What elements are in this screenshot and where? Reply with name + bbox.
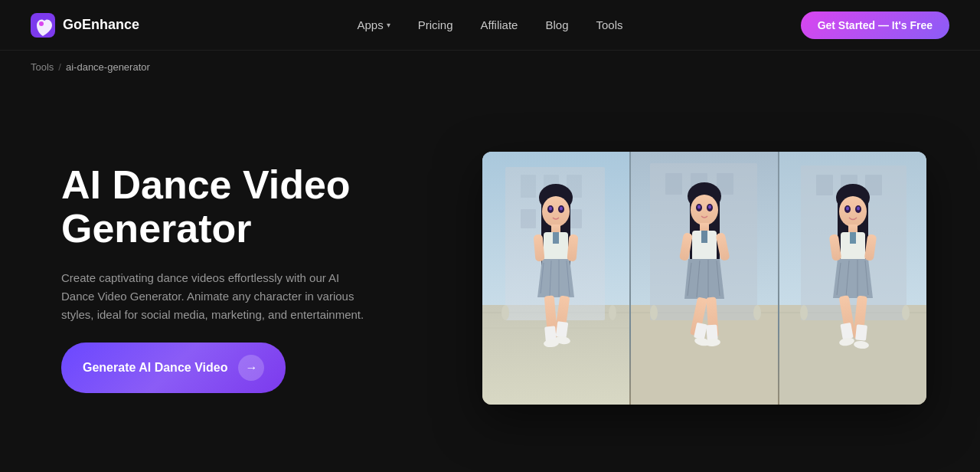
nav-blog[interactable]: Blog — [545, 18, 568, 31]
svg-rect-76 — [816, 175, 833, 195]
showcase-frame-1 — [482, 152, 631, 405]
svg-point-79 — [800, 305, 808, 320]
svg-point-54 — [697, 205, 701, 209]
svg-rect-36 — [556, 321, 569, 338]
svg-rect-43 — [665, 173, 682, 195]
svg-point-88 — [857, 207, 860, 211]
breadcrumb-separator: / — [58, 61, 61, 73]
svg-rect-7 — [521, 175, 536, 198]
svg-point-51 — [691, 195, 718, 225]
generate-dance-video-button[interactable]: Generate AI Dance Video → — [61, 343, 286, 393]
showcase-frame-2 — [631, 152, 779, 405]
arrow-icon: → — [238, 355, 264, 381]
svg-point-46 — [650, 305, 658, 320]
hero-description: Create captivating dance videos effortle… — [61, 269, 368, 324]
svg-point-13 — [501, 305, 509, 320]
brand-name: GoEnhance — [63, 17, 139, 33]
svg-point-55 — [708, 205, 711, 209]
svg-rect-69 — [706, 325, 717, 341]
svg-point-47 — [753, 305, 761, 320]
logo-icon — [31, 13, 55, 38]
nav-apps[interactable]: Apps ▾ — [357, 18, 390, 31]
get-started-button[interactable]: Get Started — It's Free — [801, 11, 949, 39]
nav-affiliate[interactable]: Affiliate — [481, 18, 518, 31]
breadcrumb-parent[interactable]: Tools — [31, 61, 54, 73]
hero-left-panel: AI Dance Video Generator Create captivat… — [61, 163, 413, 393]
hero-right-panel — [459, 152, 949, 405]
svg-rect-25 — [553, 232, 559, 244]
svg-point-84 — [839, 196, 867, 227]
svg-point-21 — [549, 207, 552, 211]
svg-point-18 — [542, 196, 570, 227]
logo-area: GoEnhance — [31, 13, 139, 38]
svg-point-22 — [560, 207, 563, 211]
svg-point-80 — [902, 305, 910, 320]
navbar: GoEnhance Apps ▾ Pricing Affiliate Blog … — [0, 0, 980, 51]
svg-point-14 — [609, 305, 616, 320]
breadcrumb: Tools / ai-dance-generator — [0, 51, 980, 84]
main-content: AI Dance Video Generator Create captivat… — [0, 84, 980, 472]
chevron-down-icon: ▾ — [387, 21, 390, 29]
svg-point-1 — [39, 21, 44, 26]
svg-rect-10 — [521, 209, 536, 228]
dance-preview-showcase — [482, 152, 926, 405]
page-title: AI Dance Video Generator — [61, 163, 413, 251]
nav-tools[interactable]: Tools — [596, 18, 622, 31]
nav-links: Apps ▾ Pricing Affiliate Blog Tools — [357, 18, 622, 31]
svg-point-87 — [846, 207, 849, 211]
showcase-frame-3 — [779, 152, 926, 405]
svg-rect-91 — [850, 232, 856, 244]
breadcrumb-current: ai-dance-generator — [66, 61, 150, 73]
svg-rect-58 — [701, 231, 707, 243]
svg-marker-26 — [537, 259, 574, 297]
svg-rect-102 — [855, 324, 867, 340]
nav-pricing[interactable]: Pricing — [418, 18, 453, 31]
